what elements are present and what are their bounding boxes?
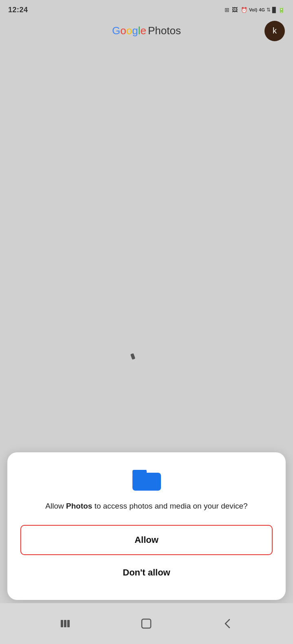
gallery-icon: 🖼: [232, 7, 238, 13]
signal-icon: ▉: [272, 7, 276, 13]
svg-rect-5: [142, 619, 151, 628]
alarm-icon: ⏰: [241, 7, 247, 13]
svg-rect-4: [67, 620, 70, 627]
allow-button[interactable]: Allow: [20, 525, 273, 555]
vol-icon: Vol): [249, 7, 257, 12]
status-bar: 12:24 ⊞ 🖼 ⏰ Vol) 4G ⇅ ▉ 🔋: [0, 0, 293, 18]
battery-icon: 🔋: [278, 7, 285, 13]
recents-nav-button[interactable]: [55, 613, 75, 634]
main-content: [0, 44, 293, 378]
photos-logo-text: Photos: [148, 24, 181, 37]
app-header: Google Photos k: [0, 18, 293, 44]
permission-text-plain: Allow: [45, 502, 66, 510]
recents-icon: [59, 617, 71, 630]
svg-rect-3: [64, 620, 66, 627]
full-page: 12:24 ⊞ 🖼 ⏰ Vol) 4G ⇅ ▉ 🔋 Google Photos: [0, 0, 293, 644]
google-logo-text: Google: [112, 24, 146, 37]
dont-allow-button[interactable]: Don't allow: [20, 558, 273, 587]
data-arrows-icon: ⇅: [267, 7, 271, 13]
permission-text-rest: to access photos and media on your devic…: [92, 502, 247, 510]
folder-icon: [132, 467, 161, 491]
back-icon: [222, 617, 234, 630]
avatar[interactable]: k: [264, 21, 285, 41]
svg-rect-1: [132, 470, 147, 476]
4g-lte-icon: 4G: [259, 7, 265, 12]
nav-bar: [0, 603, 293, 644]
google-photos-logo: Google Photos: [112, 24, 181, 37]
status-time: 12:24: [8, 6, 28, 14]
status-icons: ⊞ 🖼 ⏰ Vol) 4G ⇅ ▉ 🔋: [225, 7, 285, 13]
back-nav-button[interactable]: [218, 613, 238, 634]
home-icon: [140, 617, 152, 630]
home-nav-button[interactable]: [136, 613, 156, 634]
permission-dialog: Allow Photos to access photos and media …: [7, 452, 286, 600]
permission-message: Allow Photos to access photos and media …: [45, 500, 247, 512]
teams-icon: ⊞: [225, 7, 229, 13]
permission-text-bold: Photos: [66, 502, 92, 510]
svg-rect-2: [61, 620, 63, 627]
loading-indicator: [130, 353, 135, 360]
